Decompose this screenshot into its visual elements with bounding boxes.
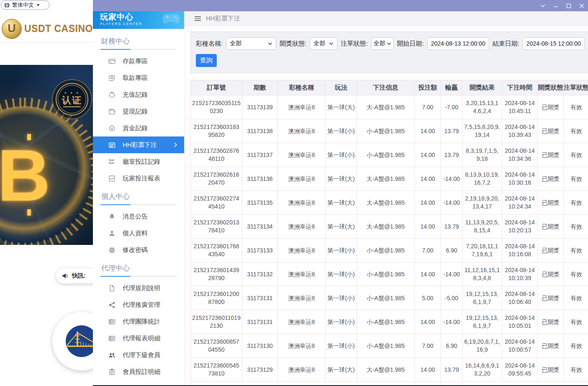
sidebar-item[interactable]: 存款專區 <box>93 53 184 69</box>
table-cell: 2024-08-14 10:00:57 <box>502 334 538 358</box>
table-cell: 7.00 <box>415 334 441 358</box>
window-chevron-button[interactable] <box>536 0 549 11</box>
table-cell: 第一球(小) <box>326 119 357 143</box>
sidebar-item[interactable]: 取款專區 <box>93 69 184 86</box>
table-cell: 2024-08-14 10:06:40 <box>502 286 538 310</box>
sidebar-item[interactable]: 代理下級會員 <box>93 347 184 363</box>
table-cell: 第一球(小) <box>326 286 357 310</box>
language-label: 繁体中文 <box>12 1 34 9</box>
deposit-card-icon <box>108 57 116 65</box>
draw-status-select-value: 全部 <box>313 40 325 47</box>
table-cell: 已開獎 <box>538 143 564 167</box>
table-cell: 2024-08-14 10:45:11 <box>502 95 538 119</box>
chevron-down-icon <box>387 42 391 45</box>
table-cell: 31173132 <box>242 262 278 286</box>
table-cell: 2152172360176843540 <box>191 239 242 262</box>
table-cell: 13.79 <box>441 215 462 239</box>
table-cell: 31173129 <box>242 358 278 382</box>
sidebar-item-label: 玩家投注報表 <box>123 175 160 183</box>
sidebar-item[interactable]: 代理規則說明 <box>93 280 184 296</box>
lottery-select[interactable]: 全部 <box>226 37 276 50</box>
table-cell: 澳洲幸运8 <box>278 310 326 334</box>
table-cell: 2024-08-14 10:16:08 <box>502 239 538 262</box>
table-cell: 14.00 <box>415 310 441 334</box>
news-ticker[interactable]: 快訊: <box>56 268 93 283</box>
sidebar-item[interactable]: 提現記錄 <box>93 103 184 120</box>
sidebar-item[interactable]: 代理團隊統計 <box>93 313 184 330</box>
coin-letter: U <box>8 22 16 35</box>
column-header: 玩法 <box>326 80 357 95</box>
table-cell: 小-A盤@1.985 <box>357 310 415 334</box>
sidebar-item[interactable]: 消息公告 <box>93 208 184 225</box>
table-cell: 2024-08-14 09:55:45 <box>502 358 538 382</box>
sidebar-item[interactable]: 代理報表明細 <box>93 330 184 347</box>
window-titlebar <box>93 0 588 11</box>
table-cell: 8,13,9,10,19,16,7,2 <box>462 167 502 191</box>
start-date-input[interactable] <box>427 37 489 50</box>
sidebar-item[interactable]: 廳室投註記錄 <box>93 153 184 170</box>
sidebar-item[interactable]: 充值記錄 <box>93 86 184 103</box>
draw-status-filter-label: 開獎狀態: <box>280 40 306 48</box>
menu-toggle-icon[interactable] <box>194 16 201 21</box>
table-cell: -14.00 <box>441 167 462 191</box>
end-date-label: 結束日期: <box>493 40 519 48</box>
lottery-filter-label: 彩種名稱: <box>196 40 223 48</box>
order-status-filter-label: 注單狀態: <box>341 40 367 48</box>
lottery-select-value: 全部 <box>230 40 241 47</box>
sidebar-item[interactable]: 個人資料 <box>93 225 184 242</box>
bitcoin-symbol: B <box>0 139 50 212</box>
table-row: 215217236031839582031173138澳洲幸运8第一球(小)小-… <box>191 119 588 143</box>
withdraw-hand-icon <box>108 74 116 82</box>
filter-actions-row: 查詢 <box>196 54 587 67</box>
language-selector[interactable]: 繁体中文 <box>1 0 49 10</box>
end-date-input[interactable] <box>523 37 585 50</box>
table-cell: 2152172360085704550 <box>191 334 242 358</box>
table-cell: 2024-08-14 10:30:16 <box>502 167 538 191</box>
badge-label: 认证 <box>62 96 82 105</box>
table-cell: 有效 <box>564 358 588 382</box>
table-cell: 7.00 <box>415 95 441 119</box>
table-row: 215217236014392879031173132澳洲幸运8第一球(小)小-… <box>191 262 588 286</box>
table-cell: 小-A盤@1.985 <box>357 143 415 167</box>
sidebar-item[interactable]: HH彩票下注 <box>93 136 184 153</box>
sidebar: 玩家中心 PLAYERS CENTER 財務中心存款專區取款專區充值記錄提現記錄… <box>93 11 184 386</box>
table-cell: -7.00 <box>441 95 462 119</box>
order-status-select[interactable]: 全部 <box>371 37 394 50</box>
table-cell: 19,12,15,13,6,1,9,7 <box>462 286 502 310</box>
table-cell: 31173139 <box>242 95 278 119</box>
table-cell: 第一球(小) <box>326 262 357 286</box>
search-button[interactable]: 查詢 <box>196 54 217 67</box>
table-cell: 小-A盤@1.985 <box>357 286 415 310</box>
lottery-card-icon <box>108 141 116 149</box>
sidebar-item[interactable]: 會員投註明細 <box>93 363 184 380</box>
chevron-right-icon <box>174 142 177 148</box>
table-cell: 2152172360110192130 <box>191 310 242 334</box>
window-close-button[interactable] <box>575 0 588 11</box>
draw-status-select[interactable]: 全部 <box>310 37 337 50</box>
table-cell: 大-A盤@1.985 <box>357 215 415 239</box>
sidebar-item-label: 資金記錄 <box>123 124 148 132</box>
badge-stars: ★ ★ ★ <box>64 91 80 95</box>
column-header: 開獎狀態 <box>538 80 564 95</box>
sidebar-item-label: 取款專區 <box>123 74 148 82</box>
table-cell: 有效 <box>564 191 588 215</box>
sidebar-item-label: 廳室投註記錄 <box>123 158 160 166</box>
window-minimize-button[interactable] <box>549 0 562 11</box>
table-cell: 小-A盤@1.985 <box>357 334 415 358</box>
sidebar-item[interactable]: 代理推廣管理 <box>93 296 184 313</box>
table-cell: 31173133 <box>242 239 278 262</box>
table-row: 215217236020137841031173134澳洲幸运8第一球(大)大-… <box>191 215 588 239</box>
bell-icon <box>108 213 116 220</box>
chevron-down-icon <box>329 42 334 45</box>
window-maximize-button[interactable] <box>562 0 575 11</box>
table-cell: 14.00 <box>415 167 441 191</box>
sidebar-item[interactable]: 玩家投注報表 <box>93 170 184 187</box>
sidebar-item[interactable]: 資金記錄 <box>93 120 184 136</box>
gear-icon <box>108 246 116 254</box>
team-stats-icon <box>108 318 116 325</box>
sidebar-item-label: 個人資料 <box>123 229 148 237</box>
team-logo-bubble[interactable] <box>52 312 93 371</box>
main-content: HH彩票下注 彩種名稱: 全部 開獎狀態: 全部 注單狀態: <box>184 11 588 386</box>
sidebar-item[interactable]: 修改密碼 <box>93 242 184 258</box>
sidebar-item-label: HH彩票下注 <box>123 141 157 149</box>
